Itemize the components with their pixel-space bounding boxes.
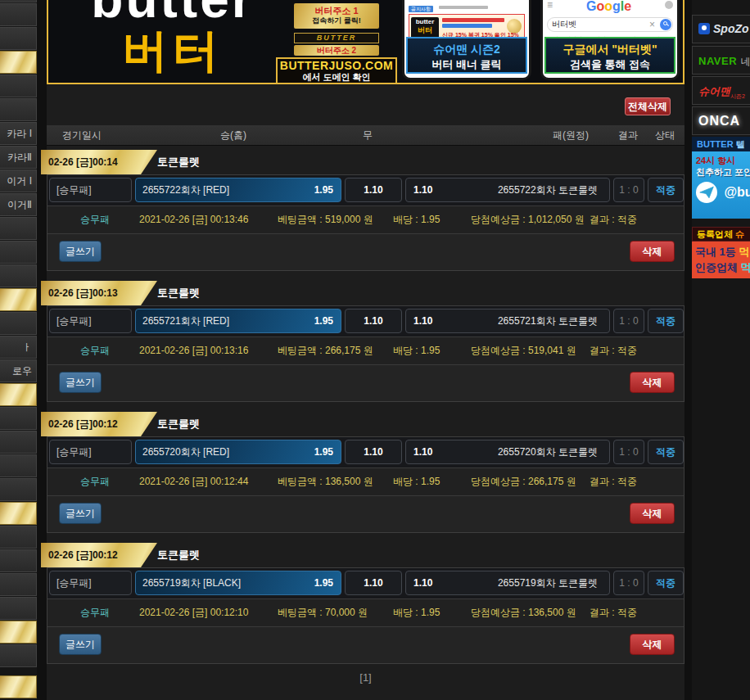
write-button[interactable]: 글쓰기 — [59, 241, 102, 262]
banner-address-panel[interactable]: 버터주소 1 접속하기 클릭! BUTTER 버터주소 2 BUTTERJUSO… — [276, 2, 397, 84]
search-icon — [660, 19, 671, 30]
sidebar-menu-item[interactable]: 이거 I — [0, 169, 37, 192]
sidebar-menu-item[interactable]: 이거Ⅱ — [0, 193, 37, 216]
ad-spozoa[interactable]: SpoZo — [692, 15, 750, 43]
home-odds-button[interactable]: 2655721회차 [RED] 1.95 — [135, 309, 341, 333]
sidebar-menu-item[interactable] — [0, 526, 37, 549]
google-logo: Google — [547, 0, 673, 14]
sidebar-menu-item[interactable] — [0, 675, 37, 698]
sidebar-menu-item[interactable] — [0, 431, 37, 454]
home-odds-button[interactable]: 2655720회차 [RED] 1.95 — [135, 440, 341, 464]
detail-result: 결과 : 적중 — [590, 206, 637, 233]
telegram-line2: 친추하고 포인 — [696, 166, 750, 178]
sidebar-menu-item[interactable]: 카라Ⅱ — [0, 146, 37, 169]
home-odds-value: 1.95 — [314, 309, 333, 332]
ad-register[interactable]: 국내 1등 먹 인증업체 먹 — [692, 242, 750, 278]
detail-result: 결과 : 적중 — [590, 599, 637, 626]
sidebar-menu-item[interactable] — [0, 478, 37, 501]
delete-all-button[interactable]: 전체삭제 — [625, 97, 671, 115]
butter-logo-en: butter — [63, 0, 282, 26]
draw-odds-value: 1.10 — [364, 446, 382, 458]
table-column-header: 상태 — [648, 125, 681, 146]
delete-button[interactable]: 삭제 — [630, 503, 675, 524]
bet-date-badge: 02-26 [금]00:12 — [41, 543, 157, 567]
detail-expected-win: 당첨예상금 : 1,012,050 원 — [471, 206, 585, 233]
write-button[interactable]: 글쓰기 — [59, 372, 102, 393]
write-button[interactable]: 글쓰기 — [59, 503, 102, 524]
bet-detail-row: 승무패 2021-02-26 [금] 00:13:46 베팅금액 : 519,0… — [47, 205, 684, 234]
sidebar-menu-item[interactable] — [0, 3, 37, 26]
address2-chip[interactable]: 버터주소 2 — [294, 45, 379, 56]
detail-bet-time: 2021-02-26 [금] 00:13:46 — [139, 206, 248, 233]
ad-onca[interactable]: ONCA — [692, 106, 750, 135]
bet-block: 02-26 [금]00:13 토큰룰렛 [승무패] 2655721회차 [RED… — [41, 281, 686, 402]
home-odds-value: 1.95 — [314, 440, 333, 463]
home-odds-button[interactable]: 2655722회차 [RED] 1.95 — [135, 178, 341, 202]
away-odds-button[interactable]: 1.10 2655722회차 토큰룰렛 — [405, 178, 610, 202]
sidebar-menu-item[interactable] — [0, 644, 37, 667]
sidebar-menu-item[interactable] — [0, 407, 37, 430]
pagination-page-1[interactable]: [1] — [47, 671, 684, 684]
bet-date-badge: 02-26 [금]00:14 — [41, 150, 157, 174]
draw-odds-button[interactable]: 1.10 — [345, 571, 402, 595]
write-button[interactable]: 글쓰기 — [59, 634, 102, 655]
draw-odds-button[interactable]: 1.10 — [345, 178, 402, 202]
sidebar-menu-item[interactable]: 로우 — [0, 359, 37, 382]
ad-naver[interactable]: NAVER 네 — [692, 46, 750, 75]
sidebar-menu-item[interactable] — [0, 75, 37, 97]
avatar-icon — [665, 1, 673, 9]
register-row2: 인증업체 — [695, 261, 738, 273]
away-odds-button[interactable]: 1.10 2655721회차 토큰룰렛 — [405, 309, 610, 333]
sidebar-menu-item[interactable] — [0, 454, 37, 477]
sidebar-menu-item[interactable] — [0, 597, 37, 620]
register-row2-extra: 먹 — [741, 261, 750, 273]
sidebar-menu-item[interactable] — [0, 217, 37, 240]
banner-sureman-panel[interactable]: 공지사항 슈어맨 시즌2 보증업체 butter 버터 — [399, 0, 535, 84]
register-row1-extra: 먹 — [739, 246, 749, 258]
ad-telegram[interactable]: 24시 항시 친추하고 포인 @bu — [692, 151, 750, 219]
sidebar-menu-item[interactable] — [0, 312, 37, 335]
sidebar-menu-item[interactable] — [0, 0, 37, 2]
sidebar-menu-item[interactable] — [0, 621, 37, 644]
sidebar-menu-item[interactable] — [0, 668, 37, 675]
hamburger-icon: ≡ — [547, 0, 553, 11]
detail-expected-win: 당첨예상금 : 519,041 원 — [471, 337, 576, 364]
ad-sureman[interactable]: 슈어맨시즌2 슈 — [692, 76, 750, 105]
draw-odds-button[interactable]: 1.10 — [345, 440, 402, 464]
sidebar-menu-item[interactable] — [0, 549, 37, 572]
detail-bet-type: 승무패 — [80, 206, 110, 233]
away-odds-button[interactable]: 1.10 2655719회차 토큰룰렛 — [405, 571, 610, 595]
away-odds-value: 1.10 — [413, 178, 432, 201]
register-row1: 국내 1등 — [695, 246, 736, 258]
spozoa-text: SpoZo — [713, 22, 749, 35]
delete-button[interactable]: 삭제 — [630, 241, 675, 262]
banner-google-panel[interactable]: ≡ Google 버터벳 × 전체 이미지 동영상 뉴스 지도 쇼핑 https… — [537, 0, 683, 84]
domain-box[interactable]: BUTTERJUSO.COM 에서 도메인 확인 — [276, 57, 397, 84]
status-badge: 적중 — [648, 178, 684, 202]
sidebar-menu-item[interactable] — [0, 241, 37, 264]
sidebar-menu-item[interactable] — [0, 51, 37, 74]
sidebar-menu-item[interactable]: ㅏ — [0, 336, 37, 359]
sidebar-menu-item[interactable]: 카라 I — [0, 122, 37, 145]
address1-chip[interactable]: 버터주소 1 접속하기 클릭! — [294, 3, 379, 29]
telegram-handle[interactable]: @bu — [724, 185, 750, 199]
results-table-header: 경기일시승(홈)무패(원정)결과상태 — [47, 125, 684, 146]
status-badge: 적중 — [648, 440, 684, 464]
address1-title: 버터주소 1 — [294, 6, 379, 16]
sidebar-menu-item[interactable] — [0, 383, 37, 406]
sidebar-menu-item[interactable] — [0, 288, 37, 311]
delete-button[interactable]: 삭제 — [630, 372, 675, 393]
sidebar-menu-item[interactable] — [0, 98, 37, 121]
away-odds-button[interactable]: 1.10 2655720회차 토큰룰렛 — [405, 440, 610, 464]
sidebar-menu-item[interactable] — [0, 264, 37, 287]
home-odds-button[interactable]: 2655719회차 [BLACK] 1.95 — [135, 571, 341, 595]
delete-button[interactable]: 삭제 — [630, 634, 675, 655]
sidebar-menu-item[interactable] — [0, 27, 37, 50]
sidebar-menu-item[interactable] — [0, 502, 37, 525]
bet-history-list: 02-26 [금]00:14 토큰룰렛 [승무패] 2655722회차 [RED… — [41, 150, 686, 674]
telegram-line1: 24시 항시 — [696, 155, 750, 166]
home-pick-label: 2655719회차 [BLACK] — [136, 577, 247, 589]
draw-odds-button[interactable]: 1.10 — [345, 309, 402, 333]
sidebar-menu-item[interactable] — [0, 573, 37, 596]
top-banner[interactable]: butter 버터 버터주소 1 접속하기 클릭! BUTTER 버터주소 2 … — [47, 0, 684, 84]
